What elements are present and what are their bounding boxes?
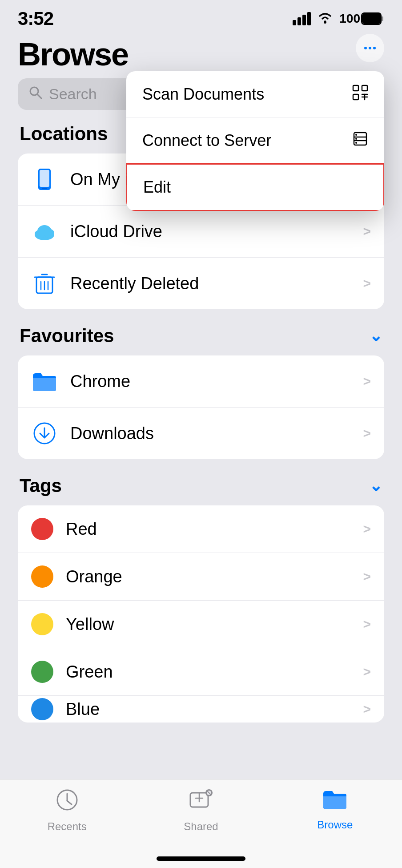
scan-documents-label: Scan Documents xyxy=(142,85,264,104)
shared-icon xyxy=(189,788,213,817)
svg-rect-3 xyxy=(362,14,380,24)
status-icons: 100 xyxy=(293,10,384,28)
tab-browse[interactable]: Browse xyxy=(268,788,402,831)
red-chevron-icon: > xyxy=(363,521,371,537)
svg-rect-11 xyxy=(362,85,367,91)
tags-chevron-icon[interactable]: ⌄ xyxy=(369,476,382,495)
connect-server-label: Connect to Server xyxy=(142,131,271,150)
list-item-recently-deleted[interactable]: Recently Deleted > xyxy=(18,258,384,309)
favourites-list: Chrome > Downloads > xyxy=(18,355,384,459)
green-dot xyxy=(31,661,53,683)
svg-point-0 xyxy=(324,21,326,24)
tab-bar: Recents Shared Browse xyxy=(0,779,402,868)
svg-point-7 xyxy=(373,47,376,49)
list-item-blue[interactable]: Blue > xyxy=(18,696,384,723)
favourites-title: Favourites xyxy=(20,325,114,347)
favourites-section-header: Favourites ⌄ xyxy=(18,325,384,347)
locations-title: Locations xyxy=(20,123,108,145)
svg-point-19 xyxy=(355,134,357,136)
header: Browse xyxy=(0,34,402,70)
tags-section-header: Tags ⌄ xyxy=(18,475,384,497)
green-chevron-icon: > xyxy=(363,664,371,679)
status-bar: 3:52 100 xyxy=(0,0,402,34)
search-icon xyxy=(28,85,43,103)
signal-icon xyxy=(293,12,311,25)
list-item-green[interactable]: Green > xyxy=(18,648,384,696)
tab-shared[interactable]: Shared xyxy=(134,788,268,833)
blue-chevron-icon: > xyxy=(363,702,371,717)
wifi-icon xyxy=(316,10,334,28)
dropdown-menu: Scan Documents Connect to Server xyxy=(126,71,384,211)
red-dot xyxy=(31,518,53,540)
svg-point-20 xyxy=(355,138,357,140)
phone-icon xyxy=(31,166,58,193)
tab-browse-label: Browse xyxy=(317,819,353,831)
scan-icon xyxy=(352,85,368,104)
trash-icon xyxy=(31,270,58,297)
clock-icon xyxy=(56,788,79,817)
icloud-drive-chevron-icon: > xyxy=(363,224,371,239)
orange-dot xyxy=(31,565,53,588)
tab-shared-label: Shared xyxy=(184,820,218,833)
home-indicator xyxy=(157,856,245,861)
list-item-chrome[interactable]: Chrome > xyxy=(18,355,384,408)
page-title: Browse xyxy=(18,38,384,70)
svg-point-5 xyxy=(364,47,367,49)
downloads-chevron-icon: > xyxy=(363,426,371,441)
svg-rect-24 xyxy=(42,188,47,189)
downloads-label: Downloads xyxy=(70,424,350,443)
svg-rect-23 xyxy=(40,170,49,187)
yellow-label: Yellow xyxy=(66,615,350,634)
tags-list: Red > Orange > Yellow > Green > Blue > xyxy=(18,505,384,723)
svg-point-6 xyxy=(369,47,371,49)
green-label: Green xyxy=(66,662,350,682)
download-icon xyxy=(31,420,58,447)
status-time: 3:52 xyxy=(18,8,53,29)
list-item-orange[interactable]: Orange > xyxy=(18,553,384,601)
tab-recents[interactable]: Recents xyxy=(0,788,134,833)
red-label: Red xyxy=(66,520,350,539)
tags-title: Tags xyxy=(20,475,62,497)
list-item-red[interactable]: Red > xyxy=(18,505,384,553)
browse-folder-icon xyxy=(322,788,347,815)
cloud-icon xyxy=(31,218,58,245)
recently-deleted-label: Recently Deleted xyxy=(70,274,350,293)
svg-point-28 xyxy=(44,229,54,238)
svg-point-21 xyxy=(355,142,357,144)
battery-icon: 100 xyxy=(339,12,384,26)
recently-deleted-chevron-icon: > xyxy=(363,276,371,291)
favourites-chevron-icon[interactable]: ⌄ xyxy=(369,327,382,345)
list-item-icloud-drive[interactable]: iCloud Drive > xyxy=(18,206,384,258)
chrome-label: Chrome xyxy=(70,372,350,391)
svg-rect-10 xyxy=(353,85,358,91)
blue-dot xyxy=(31,698,53,720)
dropdown-connect-server[interactable]: Connect to Server xyxy=(126,117,384,164)
search-placeholder: Search xyxy=(49,85,97,103)
edit-label: Edit xyxy=(143,178,171,197)
orange-chevron-icon: > xyxy=(363,569,371,584)
svg-rect-12 xyxy=(353,94,358,100)
svg-line-9 xyxy=(37,94,41,98)
yellow-chevron-icon: > xyxy=(363,617,371,632)
dropdown-edit[interactable]: Edit xyxy=(126,163,384,211)
folder-icon xyxy=(31,368,58,395)
dropdown-scan-documents[interactable]: Scan Documents xyxy=(126,71,384,117)
yellow-dot xyxy=(31,613,53,635)
icloud-drive-label: iCloud Drive xyxy=(70,222,350,241)
orange-label: Orange xyxy=(66,567,350,586)
server-icon xyxy=(352,131,368,150)
list-item-downloads[interactable]: Downloads > xyxy=(18,408,384,459)
chrome-chevron-icon: > xyxy=(363,374,371,389)
svg-rect-4 xyxy=(381,16,383,21)
svg-line-39 xyxy=(67,801,72,804)
list-item-yellow[interactable]: Yellow > xyxy=(18,601,384,648)
blue-label: Blue xyxy=(66,700,350,719)
more-button[interactable] xyxy=(356,34,384,62)
tab-recents-label: Recents xyxy=(48,820,87,833)
